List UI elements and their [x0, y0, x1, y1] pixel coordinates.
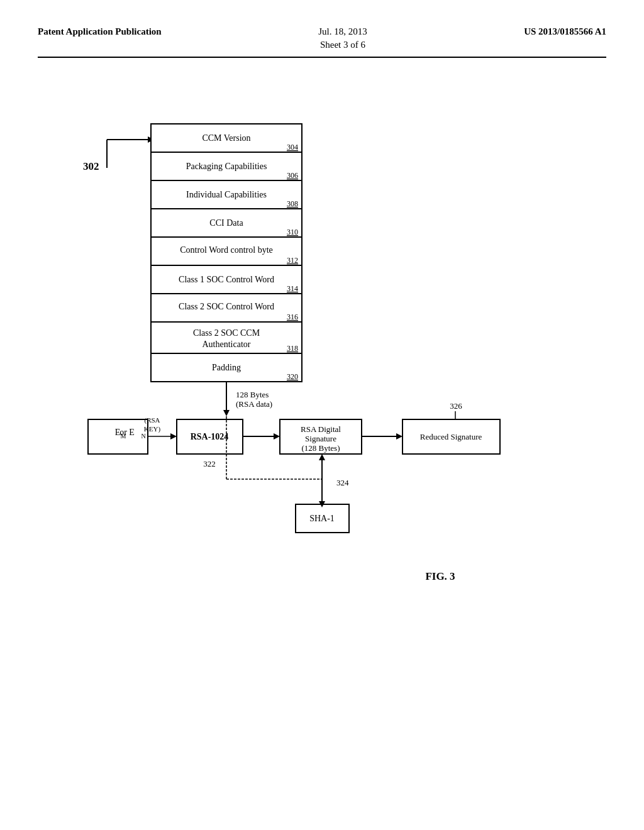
- svg-marker-19: [274, 433, 280, 440]
- page: Patent Application Publication Jul. 18, …: [0, 0, 644, 830]
- svg-marker-16: [170, 433, 177, 440]
- or-label: or E: [119, 428, 135, 437]
- rsa-digital-line3: (128 Bytes): [301, 443, 340, 453]
- ref-316: 316: [287, 313, 298, 321]
- ref-324-label: 324: [336, 478, 349, 487]
- header: Patent Application Publication Jul. 18, …: [38, 25, 606, 58]
- rsa-digital-line1: RSA Digital: [301, 424, 341, 434]
- ref-306: 306: [287, 171, 298, 180]
- row-class2-cw: Class 2 SOC Control Word: [179, 302, 274, 311]
- sheet-info: Sheet 3 of 6: [320, 40, 365, 50]
- pub-date: Jul. 18, 2013: [318, 26, 367, 36]
- row-padding: Padding: [212, 363, 241, 372]
- row-ccm-version: CCM Version: [202, 133, 250, 143]
- ref-326-label: 326: [450, 401, 462, 411]
- row-cw-byte: Control Word control byte: [180, 245, 273, 255]
- ref-322-label: 322: [203, 459, 216, 468]
- row-class2-auth-line1: Class 2 SOC CCM: [193, 328, 260, 338]
- publication-title: Patent Application Publication: [38, 26, 162, 36]
- svg-marker-29: [319, 454, 325, 460]
- diagram-svg: 302 CCM Version 304 Packaging Capabiliti…: [50, 102, 616, 649]
- en-sub: N: [141, 433, 145, 440]
- rsa-key-label-line1: (RSA: [144, 416, 160, 424]
- svg-marker-22: [396, 433, 402, 440]
- ref-304: 304: [287, 143, 298, 152]
- row-packaging: Packaging Capabilities: [186, 162, 267, 171]
- ref-308: 308: [287, 199, 298, 208]
- ref-318: 318: [287, 344, 298, 353]
- row-cci: CCI Data: [209, 218, 243, 228]
- row-class1: Class 1 SOC Control Word: [179, 275, 274, 284]
- patent-number: US 2013/0185566 A1: [524, 26, 606, 36]
- row-individual: Individual Capabilities: [186, 190, 267, 199]
- ref-310: 310: [287, 228, 298, 236]
- ref-312: 312: [287, 256, 298, 265]
- rsa-key-label-line2: KEY): [144, 425, 161, 433]
- bytes-label-line1: 128 Bytes: [236, 390, 269, 399]
- row-class2-auth-line2: Authenticator: [203, 340, 251, 349]
- rsa-digital-line2: Signature: [305, 434, 336, 443]
- ref-314: 314: [287, 284, 298, 293]
- diagram-area: 302 CCM Version 304 Packaging Capabiliti…: [38, 96, 606, 661]
- ref-302-label: 302: [83, 160, 99, 172]
- sha1-label: SHA-1: [309, 514, 335, 523]
- ref-320: 320: [287, 372, 298, 381]
- svg-marker-13: [223, 410, 230, 416]
- rsa1024-label: RSA-1024: [191, 432, 229, 441]
- header-center: Jul. 18, 2013 Sheet 3 of 6: [318, 25, 367, 52]
- header-left: Patent Application Publication: [38, 25, 162, 38]
- header-right: US 2013/0185566 A1: [524, 25, 606, 38]
- bytes-label-line2: (RSA data): [236, 399, 272, 409]
- reduced-sig-label: Reduced Signature: [420, 432, 482, 441]
- fig-label: FIG. 3: [425, 570, 455, 582]
